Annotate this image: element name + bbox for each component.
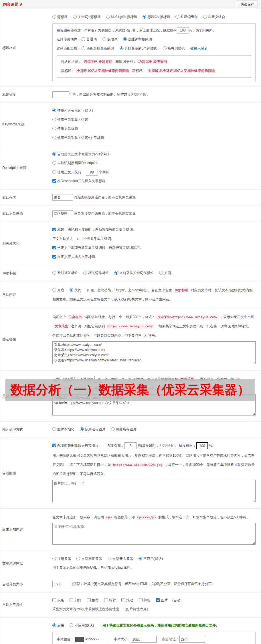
checkbox-bold-keywords[interactable]: 当正文中出现当前采集关键词时，自动把该关键词加粗。 [52, 246, 143, 250]
radio-page-description[interactable]: 自动识别原网页Description [52, 161, 98, 165]
radio-extract-sentences[interactable]: 自动提取正文中最重要的2-3个句子 [52, 152, 110, 156]
checkbox-label: 在Description开头插入文章标题。 [57, 179, 109, 183]
radio-clickbait-source-title[interactable]: 标题党+源标题 [143, 15, 170, 19]
radio-icon [70, 623, 73, 627]
radio-icon [52, 271, 56, 275]
checkbox-attr-slide[interactable]: 幻灯 [70, 598, 81, 602]
image-count-input[interactable] [124, 442, 137, 449]
radio-extreme-words[interactable]: 极限词 [102, 37, 118, 41]
checkbox-remove-original-images[interactable]: 配图前先删除原文自带图片。 [52, 444, 102, 448]
radio-url-footer[interactable]: 文章末尾显示 [76, 557, 102, 561]
page-title-text: 内容设置 [3, 2, 18, 7]
radio-icon [52, 152, 56, 156]
probability-input[interactable] [177, 27, 189, 34]
append-content-textarea[interactable] [52, 523, 256, 545]
radio-keyword-source-title[interactable]: 关键词+源标题 [73, 15, 100, 19]
radio-prefix-source-title[interactable]: 随机前缀+源标题 [106, 15, 137, 19]
checkbox-icon [52, 255, 56, 259]
radio-label: 长尾词组合 [180, 15, 197, 19]
default-source-input[interactable] [52, 210, 73, 217]
indent-input[interactable] [179, 636, 205, 643]
radio-keywords-plus-title[interactable]: 使用当前采集关键词+文章标题 [52, 136, 104, 140]
radio-current-keywords[interactable]: 使用当前采集关键词 [52, 118, 88, 122]
radio-label: 使用当前采集关键词 [57, 118, 88, 122]
default-author-input[interactable] [52, 194, 73, 201]
radio-label: 自动提取正文中最重要的2-3个句子 [57, 152, 110, 156]
radio-label-tail: 个字符 [99, 170, 109, 174]
font-color-input[interactable]: #555555 [74, 636, 108, 643]
desc-chars-input[interactable] [86, 169, 98, 176]
checkbox-label: 图片 [161, 598, 168, 602]
radio-label: 关闭 [74, 288, 81, 292]
image-prob-input[interactable] [196, 442, 208, 449]
example-link[interactable]: 效果示例≫ [190, 46, 207, 50]
radio-all-random[interactable]: 所有词随机 [163, 46, 185, 50]
radio-label: 所有词随机 [168, 46, 185, 50]
checkbox-icon [52, 598, 56, 602]
radio-first-chars[interactable]: 使用正文开头前 [52, 170, 81, 174]
radio-url-comment[interactable]: 注释显示 [52, 557, 71, 561]
radio-label: 智能提取标签 [57, 271, 78, 275]
radio-innerlink-on[interactable]: 开启 [52, 288, 64, 292]
hl-format-example: 文章采集>https://www.ucaiyun.com/ [157, 315, 219, 320]
radio-source-title[interactable]: 源标题 [52, 15, 68, 19]
radio-custom-combo[interactable]: 自定义组合 [203, 15, 225, 19]
radio-current-keyword-tags[interactable]: 当前采集关键词作标签 [114, 271, 154, 275]
font-size-label: 字体大小： [114, 635, 131, 644]
row-label: Description来源 [0, 149, 52, 186]
auto-image-textarea[interactable] [52, 480, 256, 502]
radio-typeset-enable[interactable]: 启用 [52, 623, 64, 627]
source-url-note: 用于显示文章的采集来源URL，自动加nofollow属性。 [52, 564, 256, 572]
radio-url-hidden[interactable]: 不显示(默认) [139, 557, 163, 561]
row-description-source: Description来源 自动提取正文中最重要的2-3个句子 自动识别原网页D… [0, 146, 261, 190]
radio-best-score[interactable]: 匹配分数最高的词 [82, 46, 114, 50]
checkbox-insert-title-desc[interactable]: 在Description开头插入文章标题。 [52, 179, 109, 183]
checkbox-attr-image[interactable]: 图片 [156, 598, 168, 602]
radio-image-block[interactable]: 屏蔽所有图片 [111, 427, 137, 431]
checkbox-icon [87, 598, 91, 602]
radio-related-word-tags[interactable]: 相关词作标签 [83, 271, 109, 275]
radio-icon [175, 15, 179, 19]
radio-both-words[interactable]: 普通词和极限词 [123, 37, 152, 41]
title-mode-radios: 源标题 关键词+源标题 随机前缀+源标题 标题党+源标题 长尾词组合 自定义组合 [52, 13, 256, 21]
radio-icon [52, 118, 56, 121]
checkbox-attr-recommend[interactable]: 推荐 [87, 598, 99, 602]
radio-related-longtail[interactable]: 使用相关长尾词（默认） [52, 109, 95, 113]
insert-count-input[interactable] [74, 236, 82, 242]
paging-size-input[interactable] [52, 581, 69, 587]
font-size-input[interactable] [131, 636, 157, 643]
image-count-tail: 幅(最多5幅)，为0则关闭。 [138, 444, 178, 448]
quick-save-button[interactable]: 快速保存 [237, 1, 258, 8]
image-count-label: 配图数量： [107, 444, 124, 448]
checkbox-attr-scroll[interactable]: 滚动 [121, 598, 133, 602]
radio-top5-random[interactable]: 分数最高的5个词随机 [120, 46, 157, 50]
radio-image-localize[interactable]: 图片本地化 [52, 427, 74, 431]
radio-normal-words[interactable]: 普通词 [82, 37, 97, 41]
checkbox-label: 当正文中出现当前采集关键词时，自动把该关键词加粗。 [57, 246, 143, 250]
checkbox-add-keywords-low-relevance[interactable]: 标题、描述相关度低时，自动添加当前采集关键词。 [52, 228, 136, 232]
radio-longtail-combo[interactable]: 长尾词组合 [175, 15, 197, 19]
checkbox-attr-special[interactable]: 特荐 [104, 598, 116, 602]
radio-tags-off[interactable]: 关闭 [159, 271, 171, 275]
checkbox-attr-bold[interactable]: 加粗 [139, 598, 151, 602]
radio-article-title[interactable]: 使用文章标题 [52, 127, 78, 131]
radio-innerlink-off[interactable]: 关闭 [70, 288, 81, 292]
fixed-links-textarea[interactable]: 采集>https://www.ucaiyun.com/ 采集器>https://… [52, 341, 256, 364]
radio-smart-tags[interactable]: 智能提取标签 [52, 271, 78, 275]
checkbox-insert-title-body[interactable]: 在正文开头插入文章标题。 [52, 255, 98, 259]
title-length-input[interactable] [52, 91, 69, 98]
content-settings-page: 内容设置 ≫ 快速保存 标题格式 源标题 关键词+源标题 随机前缀+源标题 标题… [0, 0, 261, 644]
radio-label: 屏蔽所有图片 [116, 427, 137, 431]
radio-url-header[interactable]: 文章开头显示 [108, 557, 133, 561]
checkbox-label: 配图前先删除原文自带图片。 [57, 444, 102, 448]
keyword-count-input[interactable] [94, 376, 103, 383]
radio-image-remote[interactable]: 使用远程图片 [80, 427, 105, 431]
page-title[interactable]: 内容设置 ≫ [3, 2, 23, 7]
radio-label: 自定义组合 [208, 15, 225, 19]
example-extreme-label: 极限词举例： [116, 60, 136, 64]
radio-icon [143, 15, 146, 19]
radio-typeset-disable[interactable]: 不启用(默认) [70, 623, 94, 627]
checkbox-attr-headline[interactable]: 头条 [52, 598, 64, 602]
keyword-density-textarea[interactable]: <a href='https://www.ucaiyun.com/'>采集器</… [52, 394, 256, 415]
radio-icon [73, 15, 77, 19]
